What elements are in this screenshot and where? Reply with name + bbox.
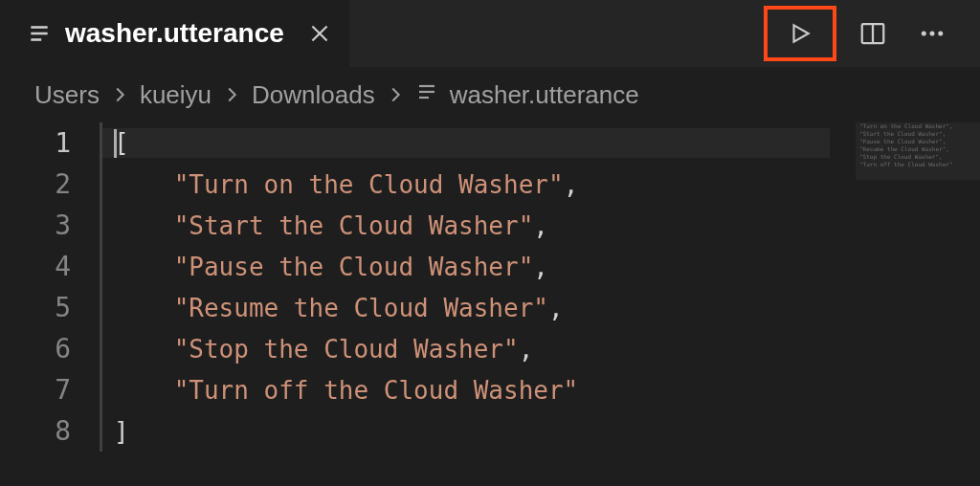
editor-line[interactable]: 7 "Turn off the Cloud Washer" — [0, 369, 980, 410]
editor-line[interactable]: 1[ — [0, 122, 980, 164]
close-tab-button[interactable] — [307, 21, 332, 46]
breadcrumb-file[interactable]: washer.utterance — [415, 80, 639, 110]
breadcrumb-segment[interactable]: Downloads — [252, 80, 375, 110]
code-content[interactable]: ] — [102, 417, 129, 446]
code-content[interactable]: [ — [102, 128, 830, 159]
code-content[interactable]: "Start the Cloud Washer", — [102, 211, 548, 240]
code-content[interactable]: "Turn off the Cloud Washer" — [102, 376, 578, 405]
breadcrumb-segment[interactable]: Users — [34, 80, 100, 110]
chevron-right-icon — [217, 84, 246, 105]
code-content[interactable]: "Pause the Cloud Washer", — [102, 253, 548, 281]
line-number: 5 — [0, 292, 100, 323]
chevron-right-icon — [105, 84, 134, 105]
tab-actions — [764, 6, 980, 61]
editor-tab[interactable]: washer.utterance — [0, 0, 349, 67]
editor-area[interactable]: 1[2 "Turn on the Cloud Washer",3 "Start … — [0, 122, 980, 452]
tab-bar: washer.utterance — [0, 0, 980, 67]
split-editor-button[interactable] — [850, 11, 896, 56]
line-number: 2 — [0, 168, 100, 200]
code-content[interactable]: "Stop the Cloud Washer", — [102, 335, 533, 364]
minimap-viewport[interactable] — [856, 122, 980, 180]
svg-point-10 — [938, 32, 943, 36]
more-actions-button[interactable] — [909, 11, 955, 56]
breadcrumb[interactable]: Users kueiyu Downloads washer.utterance — [0, 67, 980, 122]
line-number: 4 — [0, 251, 100, 282]
chevron-right-icon — [381, 84, 410, 105]
editor-line[interactable]: 5 "Resume the Cloud Washer", — [0, 287, 980, 328]
editor-line[interactable]: 8] — [0, 410, 980, 452]
line-number: 6 — [0, 333, 100, 364]
breadcrumb-segment[interactable]: kueiyu — [140, 80, 212, 110]
editor-line[interactable]: 2 "Turn on the Cloud Washer", — [0, 164, 980, 205]
editor-line[interactable]: 6 "Stop the Cloud Washer", — [0, 328, 980, 369]
file-icon — [415, 80, 438, 110]
svg-point-9 — [930, 32, 935, 36]
svg-point-8 — [922, 32, 926, 36]
breadcrumb-filename: washer.utterance — [450, 80, 639, 110]
svg-marker-5 — [794, 25, 809, 41]
run-button[interactable] — [777, 11, 823, 56]
minimap[interactable]: "Turn on the Cloud Washer","Start the Cl… — [856, 122, 980, 180]
tab-filename: washer.utterance — [65, 18, 284, 49]
line-number: 8 — [0, 415, 100, 447]
editor-line[interactable]: 4 "Pause the Cloud Washer", — [0, 246, 980, 287]
line-number: 3 — [0, 210, 100, 241]
code-content[interactable]: "Resume the Cloud Washer", — [102, 294, 564, 322]
code-content[interactable]: "Turn on the Cloud Washer", — [102, 170, 578, 199]
editor-line[interactable]: 3 "Start the Cloud Washer", — [0, 205, 980, 246]
run-button-highlight — [764, 6, 836, 61]
line-number: 1 — [0, 127, 100, 159]
line-number: 7 — [0, 374, 100, 406]
file-icon — [27, 21, 52, 46]
